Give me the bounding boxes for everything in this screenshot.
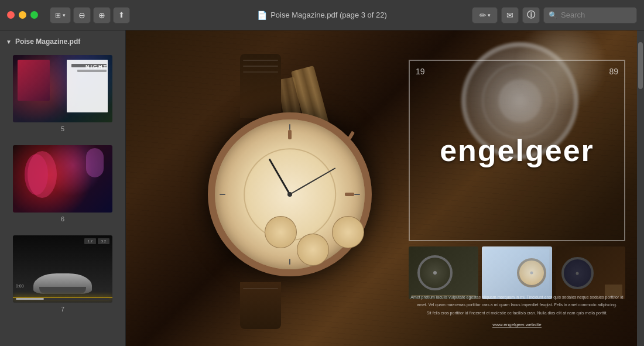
search-icon: 🔍: [549, 11, 557, 19]
title-center: 📄 Poise Magazine.pdf (page 3 of 22): [257, 11, 387, 20]
scrollbar-thumb[interactable]: [638, 42, 643, 89]
share-icon: ⬆: [118, 11, 125, 19]
search-box[interactable]: 🔍: [543, 7, 637, 23]
info-icon: ⓘ: [527, 10, 535, 20]
brand-number-left: 19: [416, 67, 425, 76]
zoom-out-icon: ⊖: [78, 11, 85, 20]
bottom-thumbnails: [409, 246, 625, 299]
thumb-label-7: 7: [61, 306, 64, 313]
bottom-thumb-1: [409, 246, 478, 299]
close-button[interactable]: [7, 11, 15, 19]
brand-number-right: 89: [609, 67, 618, 76]
main-watch: [149, 54, 419, 335]
bottom-thumb-3: [556, 246, 625, 299]
watch-face-main: [208, 112, 372, 276]
sub-dial-1: [265, 216, 297, 248]
info-button[interactable]: ⓘ: [522, 7, 540, 23]
share-button[interactable]: ⬆: [113, 7, 130, 23]
toolbar-left: ⊞ ▾ ⊖ ⊕ ⬆: [50, 7, 130, 23]
markup-button[interactable]: ✉: [501, 7, 519, 23]
sub-dial-3: [332, 216, 364, 248]
pdf-page: 19 engelgeer 89: [126, 30, 637, 346]
website-link[interactable]: www.engelgeer.website: [492, 322, 542, 328]
hour-hand: [269, 159, 291, 195]
sidebar-filename: Poise Magazine.pdf: [15, 37, 80, 46]
window-title: Poise Magazine.pdf (page 3 of 22): [270, 11, 387, 19]
sidebar[interactable]: ▼ Poise Magazine.pdf 5 6: [0, 30, 126, 346]
brand-box: 19 engelgeer 89: [409, 60, 625, 241]
scrollbar[interactable]: [637, 30, 644, 346]
annotate-dropdown-arrow: ▾: [488, 12, 491, 18]
thumbnail-page-5[interactable]: 5: [5, 50, 121, 136]
main-area: ▼ Poise Magazine.pdf 5 6: [0, 30, 644, 346]
pdf-content[interactable]: 19 engelgeer 89: [126, 30, 644, 346]
minute-hand: [290, 167, 336, 195]
zoom-in-button[interactable]: ⊕: [93, 7, 111, 23]
thumb-watch-1: [417, 255, 453, 290]
thumb-label-6: 6: [61, 215, 64, 222]
pdf-icon: 📄: [257, 11, 267, 20]
thumb-image-5: [13, 55, 112, 122]
zoom-out-button[interactable]: ⊖: [73, 7, 91, 23]
thumb-watch-3: [561, 257, 594, 289]
chevron-down-icon: ▼: [6, 39, 12, 45]
sub-dial-2: [297, 234, 329, 266]
desc-line-3: Sit felis eros porttitor id fincerent et…: [409, 310, 625, 317]
sidebar-title: ▼ Poise Magazine.pdf: [0, 35, 125, 50]
pen-icon: ✏: [479, 11, 487, 20]
minimize-button[interactable]: [19, 11, 26, 19]
window-controls: [7, 11, 38, 19]
view-toggle-arrow: ▾: [63, 12, 66, 18]
page-background: 19 engelgeer 89: [126, 30, 637, 346]
view-toggle-button[interactable]: ⊞ ▾: [50, 7, 71, 23]
description-block: Amet pretium iaculis vulputate egestas a…: [409, 294, 625, 329]
zoom-in-icon: ⊕: [98, 11, 105, 20]
desc-line-2: amet. Vel quam maecenas porttitor cras a…: [409, 302, 625, 309]
maximize-button[interactable]: [30, 11, 38, 19]
thumb-label-5: 5: [61, 125, 64, 132]
grid-icon: ⊞: [55, 11, 61, 19]
watch-strap-bottom: [240, 282, 281, 329]
thumbnail-page-7[interactable]: 0:00 1.2 3.2 7: [5, 231, 121, 316]
brand-name: engelgeer: [440, 133, 594, 168]
titlebar: ⊞ ▾ ⊖ ⊕ ⬆ 📄 Poise Magazine.pdf (page 3 o…: [0, 0, 644, 30]
thumb-image-6: [13, 145, 112, 213]
watch-strap-top: [240, 54, 281, 118]
desc-line-1: Amet pretium iaculis vulputate egestas a…: [409, 294, 625, 301]
envelope-icon: ✉: [506, 11, 513, 20]
toolbar-right: ✏ ▾ ✉ ⓘ 🔍: [472, 7, 637, 23]
bottom-thumb-2: [482, 246, 551, 299]
thumbnail-page-6[interactable]: 6: [5, 141, 121, 226]
annotate-button[interactable]: ✏ ▾: [472, 7, 498, 23]
thumb-image-7: 0:00 1.2 3.2: [13, 235, 112, 303]
search-input[interactable]: [561, 11, 632, 19]
